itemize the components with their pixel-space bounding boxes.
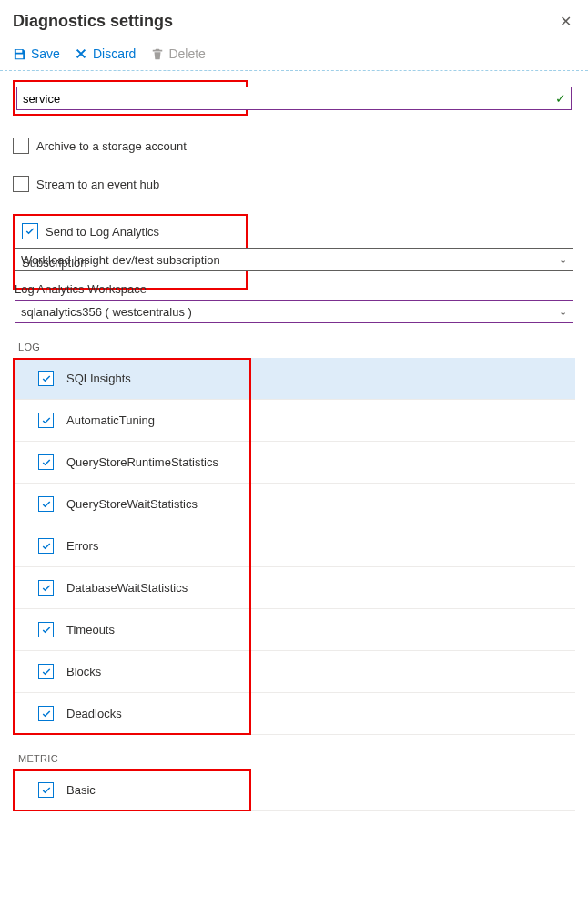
name-input[interactable]	[16, 87, 572, 110]
log-item-row[interactable]: SQLInsights	[13, 358, 575, 400]
log-item-checkbox[interactable]	[38, 622, 54, 637]
log-item-checkbox[interactable]	[38, 664, 54, 679]
discard-icon	[75, 47, 88, 61]
metric-section-title: METRIC	[18, 753, 575, 764]
delete-icon	[150, 47, 164, 61]
discard-label: Discard	[93, 46, 136, 61]
loganalytics-label: Send to Log Analytics	[46, 225, 159, 239]
log-section-title: LOG	[18, 341, 575, 352]
delete-button: Delete	[150, 46, 205, 61]
name-input-wrap: ✓	[16, 87, 572, 110]
metric-item-label: Basic	[66, 783, 96, 797]
save-label: Save	[31, 46, 60, 61]
loganalytics-checkbox[interactable]	[22, 223, 38, 239]
log-item-checkbox[interactable]	[38, 371, 54, 386]
log-item-checkbox[interactable]	[38, 580, 54, 596]
chevron-down-icon: ⌄	[559, 306, 567, 318]
log-item-row[interactable]: AutomaticTuning	[13, 400, 575, 442]
log-item-row[interactable]: Deadlocks	[13, 693, 575, 735]
metric-item-row[interactable]: Basic	[13, 769, 575, 811]
discard-button[interactable]: Discard	[75, 46, 136, 61]
log-item-label: Deadlocks	[66, 707, 122, 720]
archive-checkbox-row: Archive to a storage account	[13, 138, 575, 154]
log-item-checkbox[interactable]	[38, 413, 54, 428]
eventhub-checkbox-row: Stream to an event hub	[13, 176, 575, 192]
log-item-checkbox[interactable]	[38, 706, 54, 721]
valid-check-icon: ✓	[555, 91, 566, 106]
save-icon	[13, 47, 26, 61]
toolbar: Save Discard Delete	[0, 41, 588, 71]
log-item-row[interactable]: DatabaseWaitStatistics	[13, 567, 575, 609]
log-item-label: QueryStoreWaitStatistics	[66, 497, 198, 511]
log-item-label: QueryStoreRuntimeStatistics	[66, 455, 218, 469]
workspace-value: sqlanalytics356 ( westcentralus )	[21, 305, 192, 319]
log-item-row[interactable]: Blocks	[13, 651, 575, 693]
archive-checkbox[interactable]	[13, 138, 29, 154]
log-item-row[interactable]: QueryStoreWaitStatistics	[13, 484, 575, 525]
save-button[interactable]: Save	[13, 46, 60, 61]
workspace-select[interactable]: sqlanalytics356 ( westcentralus ) ⌄	[15, 300, 573, 323]
log-item-checkbox[interactable]	[38, 496, 54, 512]
loganalytics-checkbox-row: Send to Log Analytics	[22, 223, 238, 239]
eventhub-label: Stream to an event hub	[36, 178, 159, 191]
subscription-value: Workload Insight dev/test subscription	[21, 253, 220, 267]
log-item-label: Timeouts	[66, 623, 115, 637]
eventhub-checkbox[interactable]	[13, 176, 29, 192]
panel-header: Diagnostics settings ✕	[0, 0, 588, 41]
delete-label: Delete	[168, 46, 205, 61]
log-item-label: DatabaseWaitStatistics	[66, 581, 188, 595]
log-item-label: SQLInsights	[66, 372, 131, 385]
log-item-row[interactable]: QueryStoreRuntimeStatistics	[13, 442, 575, 484]
close-icon[interactable]: ✕	[556, 9, 575, 34]
archive-label: Archive to a storage account	[36, 139, 187, 153]
workspace-label: Log Analytics Workspace	[15, 282, 573, 296]
subscription-select[interactable]: Workload Insight dev/test subscription ⌄	[15, 248, 573, 271]
log-item-label: AutomaticTuning	[66, 413, 155, 427]
log-item-row[interactable]: Errors	[13, 525, 575, 567]
log-item-checkbox[interactable]	[38, 538, 54, 554]
log-item-label: Blocks	[66, 665, 101, 678]
metric-item-checkbox[interactable]	[38, 782, 54, 798]
log-item-checkbox[interactable]	[38, 454, 54, 470]
panel-title: Diagnostics settings	[13, 12, 173, 31]
log-item-label: Errors	[66, 539, 98, 553]
log-item-row[interactable]: Timeouts	[13, 609, 575, 651]
chevron-down-icon: ⌄	[559, 254, 567, 266]
